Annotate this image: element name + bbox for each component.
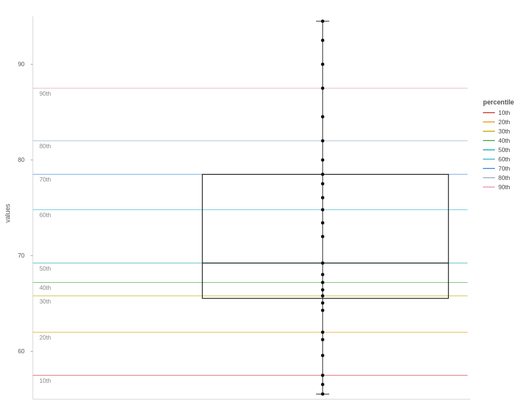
legend-label-80th: 80th: [498, 174, 510, 181]
data-point: [321, 288, 324, 291]
y-tick-90: 90: [18, 61, 25, 67]
data-point: [321, 294, 324, 298]
label-50th: 50th: [39, 265, 51, 272]
legend-label-10th: 10th: [498, 109, 510, 116]
legend-color-90th: [483, 186, 495, 188]
legend-color-20th: [483, 121, 495, 122]
y-tick-70: 70: [18, 252, 25, 259]
data-point: [321, 281, 324, 284]
legend-label-30th: 30th: [498, 128, 510, 135]
chart-svg: 90 80 70 60 values 10th 20th 30th 40th 5…: [0, 0, 525, 420]
data-point: [321, 331, 324, 334]
legend-label-40th: 40th: [498, 137, 510, 144]
data-point: [321, 139, 324, 143]
data-point: [321, 374, 324, 377]
legend-label-90th: 90th: [498, 184, 510, 190]
legend-color-60th: [483, 159, 495, 160]
legend-item-90th: 90th: [483, 184, 514, 190]
data-point: [321, 273, 324, 276]
label-90th: 90th: [39, 90, 51, 97]
data-point: [321, 63, 324, 66]
data-point: [321, 208, 324, 212]
data-point: [321, 86, 324, 90]
y-axis-label: values: [4, 204, 11, 223]
data-point: [321, 393, 324, 396]
legend-color-10th: [483, 112, 495, 113]
legend-label-50th: 50th: [498, 147, 510, 153]
data-point: [321, 182, 324, 185]
data-point: [321, 261, 324, 265]
legend-item-10th: 10th: [483, 109, 514, 116]
legend-item-70th: 70th: [483, 165, 514, 172]
legend-item-80th: 80th: [483, 174, 514, 181]
data-point: [321, 338, 324, 341]
legend-color-80th: [483, 177, 495, 178]
data-point: [321, 301, 324, 305]
legend-color-30th: [483, 131, 495, 132]
data-point: [321, 159, 324, 162]
chart-container: 90 80 70 60 values 10th 20th 30th 40th 5…: [0, 0, 525, 420]
label-70th: 70th: [39, 176, 51, 183]
legend-item-30th: 30th: [483, 128, 514, 135]
label-20th: 20th: [39, 334, 51, 341]
label-40th: 40th: [39, 284, 51, 291]
legend-label-60th: 60th: [498, 156, 510, 162]
label-80th: 80th: [39, 143, 51, 149]
data-point: [321, 115, 324, 119]
data-point: [321, 173, 324, 176]
label-10th: 10th: [39, 377, 51, 384]
label-30th: 30th: [39, 298, 51, 305]
legend-color-40th: [483, 140, 495, 141]
data-point: [321, 383, 324, 386]
y-tick-60: 60: [18, 348, 25, 354]
legend: percentile 10th 20th 30th 40th 50th 60th…: [483, 98, 514, 193]
y-tick-80: 80: [18, 156, 25, 163]
legend-item-40th: 40th: [483, 137, 514, 144]
data-point: [321, 354, 324, 357]
legend-item-50th: 50th: [483, 147, 514, 153]
data-point: [321, 221, 324, 225]
legend-label-70th: 70th: [498, 165, 510, 172]
legend-item-20th: 20th: [483, 119, 514, 125]
legend-title: percentile: [483, 98, 514, 106]
data-point: [321, 309, 324, 312]
data-point: [321, 39, 324, 42]
label-60th: 60th: [39, 212, 51, 218]
legend-label-20th: 20th: [498, 119, 510, 125]
data-point: [321, 196, 324, 200]
legend-item-60th: 60th: [483, 156, 514, 162]
data-point: [321, 235, 324, 238]
legend-color-50th: [483, 149, 495, 150]
boxplot-box: [202, 174, 448, 299]
data-point: [321, 20, 324, 23]
legend-color-70th: [483, 168, 495, 169]
